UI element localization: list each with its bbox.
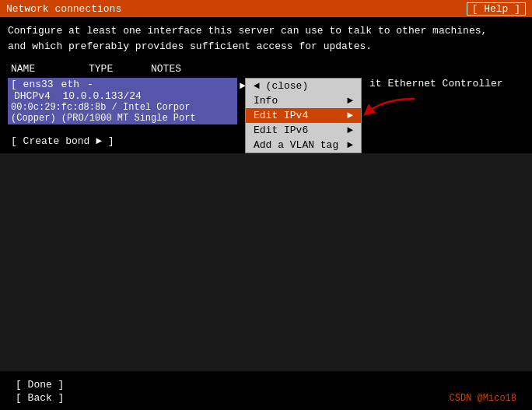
window-title: Network connections [6,3,121,15]
interface-mac: 00:0c:29:fc:d8:8b / Intel Corpor [11,102,190,113]
context-menu: ◄ (close) Info ► Edit IPv4 ► Edit IPv6 ►… [245,78,362,153]
edit-ipv4-submenu-arrow: ► [347,110,353,121]
interface-dhcp: DHCPv4 [14,90,51,102]
notes-right: it Ethernet Controller [369,78,503,89]
add-vlan-submenu-arrow: ► [347,139,353,151]
context-menu-edit-ipv4[interactable]: Edit IPv4 ► [246,108,361,123]
interface-name: [ ens33 [11,79,54,90]
help-button[interactable]: [ Help ] [467,2,526,16]
context-menu-add-vlan[interactable]: Add a VLAN tag ► [246,138,361,152]
close-label: ◄ (close) [254,80,308,92]
create-bond-label: [ Create bond ► ] [11,135,114,147]
interface-section: [ ens33 eth - DHCPv4 10.0.0.133/24 00:0c… [8,78,524,124]
description-line2: and which preferably provides sufficient… [8,39,524,54]
table-header: NAME TYPE NOTES [8,63,524,75]
add-vlan-label: Add a VLAN tag [254,139,338,151]
interface-type: eth [61,79,79,90]
edit-ipv6-label: Edit IPv6 [254,124,308,136]
description: Configure at least one interface this se… [8,23,524,54]
description-line1: Configure at least one interface this se… [8,23,524,39]
back-button[interactable]: [ Back ] [16,392,64,404]
edit-ipv6-submenu-arrow: ► [347,124,353,136]
branding: CSDN @Mico18 [450,393,516,404]
info-label: Info [254,95,278,107]
main-content: Configure at least one interface this se… [0,17,532,153]
interface-notes: - [87,79,93,90]
context-menu-close[interactable]: ◄ (close) [246,79,361,93]
interface-port: (Copper) (PRO/1000 MT Single Port [11,113,196,124]
interface-ip: 10.0.0.133/24 [62,90,141,102]
bottom-bar: [ Done ] [ Back ] CSDN @Mico18 [0,371,532,410]
edit-ipv4-label: Edit IPv4 [254,110,308,121]
context-menu-edit-ipv6[interactable]: Edit IPv6 ► [246,123,361,138]
col-header-type: TYPE [89,63,135,75]
col-header-name: NAME [11,63,73,75]
title-bar: Network connections [ Help ] [0,0,532,17]
done-button[interactable]: [ Done ] [16,379,64,391]
context-menu-info[interactable]: Info ► [246,93,361,108]
bottom-buttons: [ Done ] [ Back ] [16,379,64,404]
col-header-notes: NOTES [151,63,213,75]
info-submenu-arrow: ► [347,95,353,107]
interface-item[interactable]: [ ens33 eth - DHCPv4 10.0.0.133/24 00:0c… [8,78,237,124]
